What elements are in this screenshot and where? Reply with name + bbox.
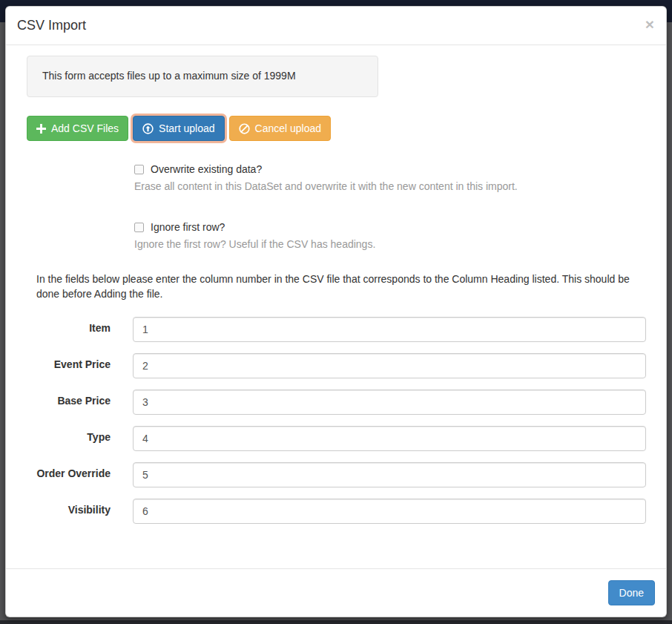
ignore-first-row-checkbox-label: Ignore first row? [151,221,225,233]
item-field-label: Item [27,317,111,342]
column-mapping-form: Item Event Price Base Price Type [27,317,646,524]
event-price-column-input[interactable] [133,353,646,378]
ignore-first-row-checkbox-row[interactable]: Ignore first row? [134,221,646,233]
event-price-field-label: Event Price [27,353,111,378]
page-backdrop-footer [0,620,672,624]
field-row-type: Type [27,426,646,451]
field-row-base-price: Base Price [27,390,646,415]
modal-header: CSV Import × [6,7,666,45]
close-icon[interactable]: × [645,16,654,32]
type-field-label: Type [27,426,111,451]
modal-title: CSV Import [17,16,655,35]
item-column-input[interactable] [133,317,646,342]
overwrite-checkbox-label: Overwrite existing data? [151,163,262,175]
base-price-field-label: Base Price [27,390,111,415]
cancel-upload-button[interactable]: Cancel upload [229,116,332,141]
ban-circle-icon [239,123,250,134]
upload-toolbar: Add CSV Files Start upload [27,116,646,141]
start-upload-button[interactable]: Start upload [133,116,225,141]
overwrite-option-group: Overwrite existing data? Erase all conte… [134,163,646,194]
field-row-item: Item [27,317,646,342]
modal-body: This form accepts files up to a maximum … [6,45,666,568]
plus-icon [36,124,46,134]
csv-import-modal: CSV Import × This form accepts files up … [5,6,667,617]
visibility-field-label: Visibility [27,499,111,524]
column-mapping-instructions: In the fields below please enter the col… [36,272,636,301]
cancel-upload-label: Cancel upload [255,121,322,136]
visibility-column-input[interactable] [133,499,646,524]
upload-circle-icon [142,123,154,134]
order-override-column-input[interactable] [133,462,646,487]
ignore-first-row-help-text: Ignore the first row? Useful if the CSV … [134,237,646,252]
overwrite-checkbox-row[interactable]: Overwrite existing data? [134,163,646,175]
overwrite-help-text: Erase all content in this DataSet and ov… [134,179,646,194]
field-row-visibility: Visibility [27,499,646,524]
ignore-first-row-option-group: Ignore first row? Ignore the first row? … [134,221,646,252]
start-upload-label: Start upload [159,121,215,136]
type-column-input[interactable] [133,426,646,451]
max-size-notice: This form accepts files up to a maximum … [27,56,378,97]
add-csv-files-button[interactable]: Add CSV Files [27,116,128,141]
done-button[interactable]: Done [608,580,655,605]
field-row-event-price: Event Price [27,353,646,378]
max-size-notice-text: This form accepts files up to a maximum … [42,70,296,82]
order-override-field-label: Order Override [27,462,111,487]
base-price-column-input[interactable] [133,390,646,415]
field-row-order-override: Order Override [27,462,646,487]
modal-footer: Done [6,568,666,617]
add-csv-files-label: Add CSV Files [51,121,119,136]
ignore-first-row-checkbox[interactable] [134,223,144,232]
overwrite-checkbox[interactable] [134,165,144,174]
